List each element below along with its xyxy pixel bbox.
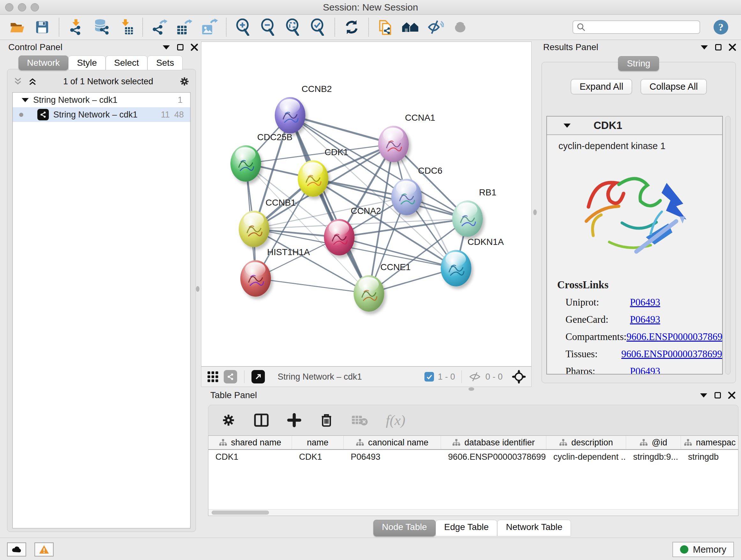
tab-network-table[interactable]: Network Table	[497, 520, 571, 537]
expand-all-icon[interactable]	[28, 77, 37, 86]
collection-count: 1	[178, 95, 183, 105]
network-options-gear-icon[interactable]	[179, 76, 190, 87]
help-button[interactable]: ?	[714, 20, 728, 35]
panel-close-icon[interactable]	[728, 391, 736, 399]
column-header--id[interactable]: @id	[626, 436, 681, 449]
node-RB1[interactable]	[452, 200, 483, 237]
clone-network-button[interactable]	[377, 18, 394, 36]
edge-CCNB2-CCNE1[interactable]	[290, 115, 369, 294]
open-session-button[interactable]	[8, 18, 26, 36]
node-CDK1[interactable]	[298, 160, 328, 197]
grid-view-icon[interactable]	[206, 370, 219, 383]
cloud-status-button[interactable]	[7, 543, 26, 557]
import-network-database-button[interactable]	[92, 18, 110, 36]
bottom-splitter-handle[interactable]	[468, 387, 474, 391]
show-all-button[interactable]	[451, 18, 469, 36]
node-HIST1H1A[interactable]	[240, 260, 271, 297]
network-view-canvas[interactable]: CCNB2CCNA1CDC25BCDK1CDC6RB1CCNB1CCNA2CDK…	[201, 42, 532, 367]
crosslink-link[interactable]: P06493	[630, 297, 660, 308]
first-neighbors-button[interactable]	[401, 18, 419, 36]
zoom-out-button[interactable]	[259, 18, 277, 36]
panel-menu-icon[interactable]	[699, 391, 708, 399]
collapse-all-button[interactable]: Collapse All	[641, 79, 707, 95]
network-row[interactable]: String Network – cdk1 11 48	[13, 107, 190, 122]
crosslink-row: GeneCard:P06493	[557, 314, 722, 325]
zoom-in-button[interactable]	[234, 18, 252, 36]
tab-string[interactable]: String	[618, 56, 659, 71]
birdseye-crosshair-icon[interactable]	[512, 369, 526, 384]
edge-CDK1-RB1[interactable]	[313, 179, 468, 219]
panel-close-icon[interactable]	[190, 43, 199, 51]
node-CDC25B[interactable]	[230, 145, 261, 182]
collapse-gene-icon[interactable]	[563, 124, 570, 128]
table-row[interactable]: CDK1CDK1P064939606.ENSP00000378699cyclin…	[208, 450, 738, 464]
collapse-all-icon[interactable]	[13, 77, 23, 86]
eye-icon	[452, 19, 468, 36]
node-CDKN1A[interactable]	[441, 250, 471, 287]
node-label-RB1: RB1	[479, 187, 496, 198]
column-header-database-identifier[interactable]: database identifier	[441, 436, 546, 449]
export-network-button[interactable]	[151, 18, 169, 36]
tab-sets[interactable]: Sets	[147, 56, 183, 70]
selected-checkbox-icon[interactable]	[424, 372, 434, 381]
import-table-icon	[117, 18, 134, 36]
search-input[interactable]	[589, 22, 696, 32]
tab-style[interactable]: Style	[68, 56, 105, 70]
show-columns-icon[interactable]	[254, 413, 269, 428]
warnings-button[interactable]	[35, 543, 54, 557]
tree-caret-icon[interactable]	[22, 98, 29, 102]
save-session-button[interactable]	[33, 18, 51, 36]
node-CCNA2[interactable]	[324, 219, 354, 255]
column-header-canonical-name[interactable]: canonical name	[344, 436, 441, 449]
network-view-icon[interactable]	[224, 370, 237, 383]
hscroll-handle[interactable]	[212, 510, 269, 515]
gene-card-header[interactable]: CDK1	[547, 117, 722, 135]
network-collection-row[interactable]: String Network – cdk1 1	[13, 92, 190, 107]
table-options-gear-icon[interactable]	[221, 413, 236, 428]
panel-menu-icon[interactable]	[700, 43, 709, 51]
node-CDC6[interactable]	[391, 179, 422, 215]
houses-icon	[401, 18, 419, 36]
column-header-description[interactable]: description	[546, 436, 626, 449]
toolbar-search[interactable]	[572, 20, 700, 34]
crosslink-link[interactable]: P06493	[630, 366, 660, 374]
edge-count: 48	[174, 110, 184, 120]
delete-column-trash-icon[interactable]	[320, 413, 333, 428]
right-splitter-handle[interactable]	[533, 209, 537, 215]
column-header-namespac[interactable]: namespac	[681, 436, 738, 449]
crosslink-link[interactable]: P06493	[630, 314, 660, 325]
hide-selected-button[interactable]	[426, 18, 444, 36]
results-scrollbar[interactable]	[725, 116, 731, 374]
expand-all-button[interactable]: Expand All	[570, 79, 632, 95]
left-splitter-handle[interactable]	[196, 286, 199, 292]
crosslink-link[interactable]: 9606.ENSP00000378699	[626, 331, 723, 343]
tab-network[interactable]: Network	[18, 56, 69, 70]
node-CCNA1[interactable]	[378, 126, 409, 162]
table-cell: stringdb:9...	[626, 450, 681, 464]
panel-float-icon[interactable]	[714, 43, 723, 51]
zoom-fit-button[interactable]	[284, 18, 302, 36]
panel-close-icon[interactable]	[728, 43, 737, 51]
create-column-plus-icon[interactable]	[287, 413, 301, 428]
export-table-button[interactable]	[176, 18, 193, 36]
detach-view-icon[interactable]	[252, 370, 265, 383]
tab-select[interactable]: Select	[106, 56, 148, 70]
refresh-layout-button[interactable]	[343, 18, 360, 36]
panel-float-icon[interactable]	[176, 43, 185, 51]
memory-button[interactable]: Memory	[672, 542, 734, 557]
edge-HIST1H1A-CCNE1[interactable]	[256, 278, 369, 294]
panel-menu-icon[interactable]	[162, 43, 171, 51]
node-CCNB2[interactable]	[275, 97, 306, 133]
export-image-button[interactable]	[200, 18, 218, 36]
node-CCNB1[interactable]	[239, 211, 269, 247]
node-CCNE1[interactable]	[354, 275, 384, 312]
crosslink-link[interactable]: 9606.ENSP00000378699	[621, 348, 722, 360]
column-header-shared-name[interactable]: shared name	[208, 436, 292, 449]
zoom-selected-button[interactable]	[309, 18, 327, 36]
panel-float-icon[interactable]	[714, 391, 722, 399]
tab-node-table[interactable]: Node Table	[374, 520, 435, 537]
import-network-file-button[interactable]	[67, 18, 85, 36]
column-header-name[interactable]: name	[292, 436, 344, 449]
tab-edge-table[interactable]: Edge Table	[435, 520, 497, 537]
import-table-file-button[interactable]	[117, 18, 135, 36]
